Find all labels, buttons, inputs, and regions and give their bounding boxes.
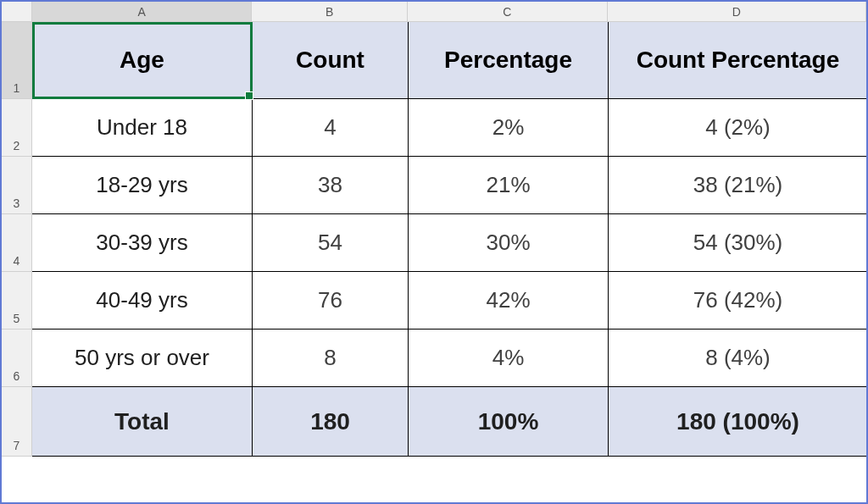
column-header-A[interactable]: A bbox=[32, 2, 252, 22]
cell-A1[interactable]: Age bbox=[32, 22, 253, 99]
cell-C7[interactable]: 100% bbox=[409, 387, 609, 457]
row-header-3[interactable]: 3 bbox=[2, 157, 32, 214]
cell-A3[interactable]: 18-29 yrs bbox=[32, 157, 253, 214]
cell-A2[interactable]: Under 18 bbox=[32, 99, 253, 157]
table-row: 50 yrs or over 8 4% 8 (4%) bbox=[32, 330, 868, 387]
cell-A6[interactable]: 50 yrs or over bbox=[32, 330, 253, 387]
cell-C1[interactable]: Percentage bbox=[409, 22, 609, 99]
cell-C4[interactable]: 30% bbox=[409, 214, 609, 272]
column-header-D[interactable]: D bbox=[608, 2, 866, 22]
spreadsheet: A B C D 1 2 3 4 5 6 7 Age Count Percenta… bbox=[2, 2, 866, 502]
total-row: Total 180 100% 180 (100%) bbox=[32, 387, 868, 457]
header-row: Age Count Percentage Count Percentage bbox=[32, 22, 868, 99]
row-header-2[interactable]: 2 bbox=[2, 99, 32, 157]
cell-A4[interactable]: 30-39 yrs bbox=[32, 214, 253, 272]
column-header-B[interactable]: B bbox=[252, 2, 408, 22]
cell-A7[interactable]: Total bbox=[32, 387, 253, 457]
cell-B3[interactable]: 38 bbox=[253, 157, 409, 214]
cell-C3[interactable]: 21% bbox=[409, 157, 609, 214]
table-row: 40-49 yrs 76 42% 76 (42%) bbox=[32, 272, 868, 330]
row-header-1[interactable]: 1 bbox=[2, 22, 32, 99]
cell-B2[interactable]: 4 bbox=[253, 99, 409, 157]
cell-B5[interactable]: 76 bbox=[253, 272, 409, 330]
cell-D6[interactable]: 8 (4%) bbox=[609, 330, 868, 387]
cell-D7[interactable]: 180 (100%) bbox=[609, 387, 868, 457]
column-header-row: A B C D bbox=[2, 2, 866, 22]
grid[interactable]: Age Count Percentage Count Percentage Un… bbox=[32, 22, 868, 502]
row-header-5[interactable]: 5 bbox=[2, 272, 32, 330]
cell-D4[interactable]: 54 (30%) bbox=[609, 214, 868, 272]
row-header-7[interactable]: 7 bbox=[2, 387, 32, 457]
cell-D1[interactable]: Count Percentage bbox=[609, 22, 868, 99]
row-header-column: 1 2 3 4 5 6 7 bbox=[2, 22, 32, 502]
cell-B7[interactable]: 180 bbox=[253, 387, 409, 457]
row-header-4[interactable]: 4 bbox=[2, 214, 32, 272]
select-all-corner[interactable] bbox=[2, 2, 32, 22]
cell-C2[interactable]: 2% bbox=[409, 99, 609, 157]
cell-A5[interactable]: 40-49 yrs bbox=[32, 272, 253, 330]
cell-D5[interactable]: 76 (42%) bbox=[609, 272, 868, 330]
cell-C6[interactable]: 4% bbox=[409, 330, 609, 387]
table-row: 30-39 yrs 54 30% 54 (30%) bbox=[32, 214, 868, 272]
cell-C5[interactable]: 42% bbox=[409, 272, 609, 330]
cell-B1[interactable]: Count bbox=[253, 22, 409, 99]
cell-B6[interactable]: 8 bbox=[253, 330, 409, 387]
cell-B4[interactable]: 54 bbox=[253, 214, 409, 272]
table-row: Under 18 4 2% 4 (2%) bbox=[32, 99, 868, 157]
column-header-C[interactable]: C bbox=[408, 2, 608, 22]
row-header-6[interactable]: 6 bbox=[2, 330, 32, 387]
cell-D2[interactable]: 4 (2%) bbox=[609, 99, 868, 157]
cell-D3[interactable]: 38 (21%) bbox=[609, 157, 868, 214]
table-row: 18-29 yrs 38 21% 38 (21%) bbox=[32, 157, 868, 214]
